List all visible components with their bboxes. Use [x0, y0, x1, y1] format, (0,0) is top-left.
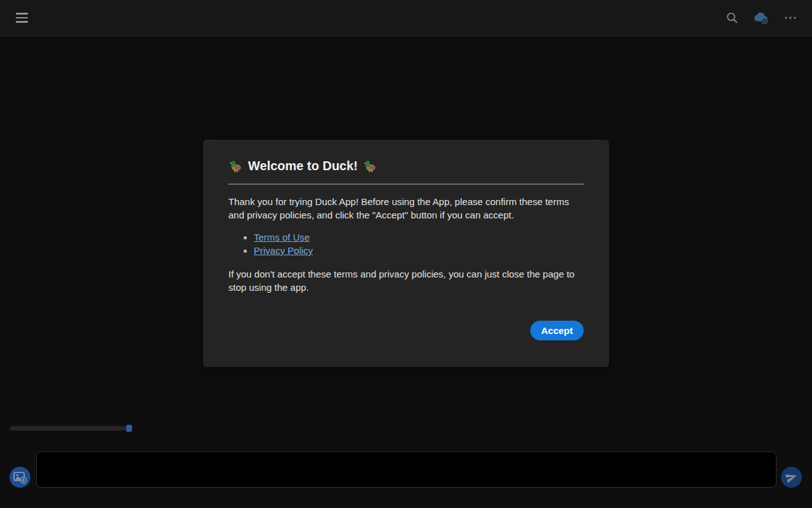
cloud-status-button[interactable] — [751, 8, 771, 28]
dialog-title-text: Welcome to Duck! — [248, 157, 358, 175]
search-icon — [724, 10, 740, 25]
message-input[interactable] — [36, 451, 776, 488]
terms-of-use-link[interactable]: Terms of Use — [254, 232, 310, 243]
slider-thumb[interactable] — [126, 425, 132, 432]
seek-slider[interactable] — [10, 426, 131, 431]
policy-links-list: Terms of Use Privacy Policy — [228, 231, 584, 257]
duck-emoji — [228, 159, 243, 173]
hamburger-menu-icon — [16, 13, 28, 23]
top-bar — [0, 0, 812, 36]
send-paper-plane-icon — [784, 470, 799, 485]
top-bar-actions — [722, 8, 801, 28]
menu-button[interactable] — [11, 8, 32, 28]
dialog-title: Welcome to Duck! — [228, 157, 584, 175]
image-plus-icon — [13, 470, 27, 485]
duck-emoji — [363, 159, 377, 173]
dialog-note-text: If you don't accept these terms and priv… — [228, 267, 584, 294]
welcome-dialog: Welcome to Duck! Thank you for trying Du… — [203, 140, 609, 367]
dialog-actions: Accept — [228, 321, 584, 340]
title-divider — [228, 184, 584, 185]
send-button[interactable] — [781, 467, 802, 488]
list-item: Privacy Policy — [254, 244, 584, 257]
dialog-intro-text: Thank you for trying Duck App! Before us… — [228, 195, 584, 222]
more-options-button[interactable] — [780, 8, 801, 28]
privacy-policy-link[interactable]: Privacy Policy — [254, 245, 313, 256]
accept-button[interactable]: Accept — [530, 321, 584, 340]
add-image-button[interactable] — [10, 467, 30, 488]
search-button[interactable] — [722, 8, 742, 28]
list-item: Terms of Use — [254, 231, 584, 244]
ellipsis-icon — [783, 10, 798, 25]
cloud-offline-icon — [753, 10, 769, 26]
